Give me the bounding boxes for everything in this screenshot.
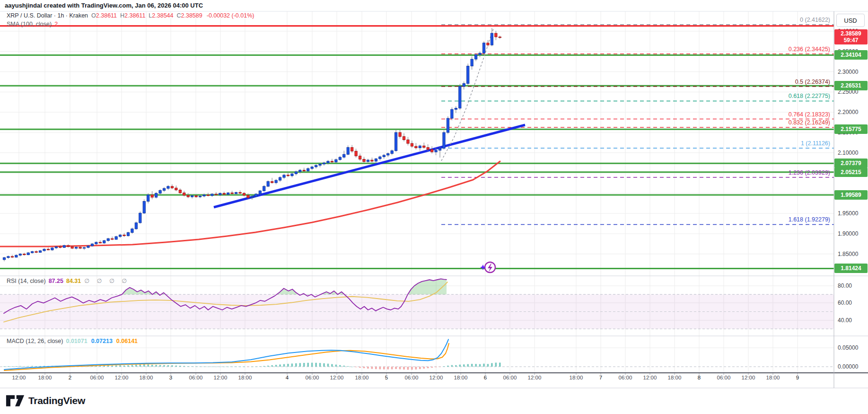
price-level-badge: 2.15775 [834,124,868,134]
tradingview-logo-text: TradingView [28,395,85,406]
price-level-badge: 2.05215 [834,167,868,177]
tradingview-logo-icon [6,393,25,408]
current-price-badge: 2.38589 59:47 [834,29,868,44]
price-level-badge: 1.99589 [834,190,868,200]
price-level-badge: 2.07379 [834,159,868,168]
price-level-badge: 2.34104 [834,50,868,60]
tradingview-logo[interactable]: TradingView [6,393,85,408]
currency-toggle-button[interactable]: USD [836,14,865,27]
tradingview-chart-window: aayushjindal created with TradingView.co… [0,0,868,414]
price-level-badge: 1.81424 [834,264,868,273]
current-price: 2.38589 [841,30,861,37]
level-badges-layer: 2.341042.265312.157752.073792.052151.995… [0,0,868,414]
price-level-badge: 2.26531 [834,81,868,90]
bar-countdown: 59:47 [844,37,859,44]
